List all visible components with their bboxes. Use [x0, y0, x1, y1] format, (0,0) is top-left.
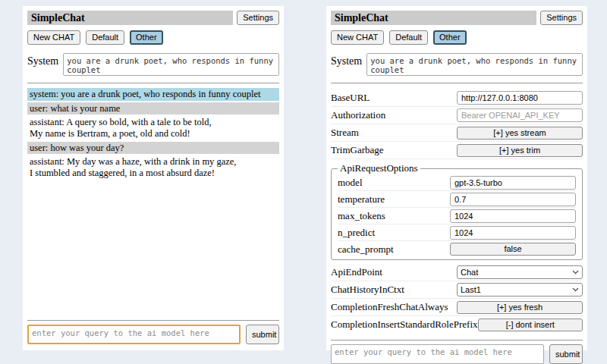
new-chat-button[interactable]: New CHAT: [331, 30, 384, 45]
query-row: submit: [331, 344, 583, 364]
model-label: model: [338, 177, 450, 189]
setting-row-baseurl: BaseURL: [331, 89, 583, 107]
session-button-other[interactable]: Other: [130, 30, 163, 45]
model-input[interactable]: [450, 176, 576, 190]
session-button-default[interactable]: Default: [389, 30, 428, 45]
submit-button[interactable]: submit: [246, 325, 279, 344]
sessions-row: New CHAT Default Other: [27, 30, 279, 45]
stream-label: Stream: [331, 127, 457, 139]
settings-button[interactable]: Settings: [540, 11, 583, 25]
completion-insert-standard-role-prefix-label: CompletionInsertStandardRolePrefix: [331, 318, 478, 331]
setting-row-temperature: temperature: [338, 191, 576, 208]
chat-message-user: user: how was your day?: [27, 142, 279, 155]
trimgarbage-toggle-button[interactable]: [+] yes trim: [457, 144, 583, 157]
setting-row-completion-fresh-chat-always: CompletionFreshChatAlways [+] yes fresh: [331, 299, 583, 316]
chat-message-assistant: assistant: A query so bold, with a tale …: [27, 116, 279, 140]
api-request-options-fieldset: ApiRequestOptions model temperature max_…: [331, 162, 583, 260]
session-button-default[interactable]: Default: [86, 30, 124, 45]
new-chat-button[interactable]: New CHAT: [27, 30, 80, 45]
divider: [331, 83, 583, 83]
trimgarbage-label: TrimGarbage: [331, 144, 457, 156]
api-endpoint-select[interactable]: Chat: [457, 265, 583, 279]
cache-prompt-label: cache_prompt: [338, 243, 450, 256]
baseurl-input[interactable]: [457, 91, 583, 105]
temperature-label: temperature: [338, 193, 450, 206]
setting-row-cache-prompt: cache_prompt false: [338, 241, 576, 257]
completion-fresh-chat-always-toggle-button[interactable]: [+] yes fresh: [457, 301, 583, 314]
divider: [27, 83, 279, 83]
submit-button[interactable]: submit: [549, 344, 583, 364]
settings-panel: SimpleChat Settings New CHAT Default Oth…: [326, 6, 587, 350]
chat-message-system: system: you are a drunk poet, who respon…: [27, 88, 279, 101]
system-label: System: [27, 53, 58, 67]
chat-history-in-ctxt-label: ChatHistoryInCtxt: [331, 284, 457, 296]
header-row: SimpleChat Settings: [331, 11, 583, 25]
settings-list: BaseURL Authorization Stream [+] yes str…: [331, 89, 583, 333]
chat-panel: SimpleChat Settings New CHAT Default Oth…: [23, 6, 284, 350]
setting-row-stream: Stream [+] yes stream: [331, 124, 583, 142]
query-input[interactable]: [27, 325, 241, 344]
system-prompt-textarea[interactable]: you are a drunk poet, who responds in fu…: [366, 53, 583, 76]
n-predict-input[interactable]: [450, 226, 576, 240]
system-prompt-textarea[interactable]: you are a drunk poet, who responds in fu…: [63, 53, 279, 76]
settings-button[interactable]: Settings: [237, 11, 279, 25]
sessions-row: New CHAT Default Other: [331, 30, 583, 45]
setting-row-trimgarbage: TrimGarbage [+] yes trim: [331, 142, 583, 159]
temperature-input[interactable]: [450, 193, 576, 206]
baseurl-label: BaseURL: [331, 92, 457, 104]
setting-row-max-tokens: max_tokens: [338, 208, 576, 224]
api-endpoint-label: ApiEndPoint: [331, 266, 457, 278]
header-row: SimpleChat Settings: [27, 11, 279, 25]
spacer: [27, 179, 279, 313]
max-tokens-label: max_tokens: [338, 210, 450, 222]
app-title: SimpleChat: [331, 11, 536, 25]
n-predict-label: n_predict: [338, 227, 450, 239]
setting-row-completion-insert-standard-role-prefix: CompletionInsertStandardRolePrefix [-] d…: [331, 316, 583, 333]
setting-row-authorization: Authorization: [331, 107, 583, 124]
query-row: submit: [27, 325, 279, 344]
chat-history-in-ctxt-select[interactable]: Last1: [457, 283, 583, 297]
max-tokens-input[interactable]: [450, 209, 576, 223]
stream-toggle-button[interactable]: [+] yes stream: [457, 127, 583, 140]
api-request-options-legend: ApiRequestOptions: [338, 162, 420, 174]
system-label: System: [331, 53, 362, 67]
chat-message-list: system: you are a drunk poet, who respon…: [27, 88, 279, 179]
divider: [331, 340, 583, 340]
chat-message-assistant: assistant: My day was a haze, with a dri…: [27, 155, 279, 179]
setting-row-chat-history-in-ctxt: ChatHistoryInCtxt Last1: [331, 281, 583, 299]
authorization-input[interactable]: [457, 108, 583, 122]
system-prompt-row: System you are a drunk poet, who respond…: [331, 53, 583, 76]
chat-message-user: user: what is your name: [27, 102, 279, 115]
authorization-label: Authorization: [331, 109, 457, 121]
cache-prompt-toggle-button[interactable]: false: [450, 243, 576, 256]
query-input[interactable]: [331, 344, 544, 364]
app-title: SimpleChat: [27, 11, 233, 25]
setting-row-n-predict: n_predict: [338, 224, 576, 241]
completion-insert-standard-role-prefix-toggle-button[interactable]: [-] dont insert: [478, 318, 583, 331]
system-prompt-row: System you are a drunk poet, who respond…: [27, 53, 279, 76]
divider: [27, 320, 279, 321]
completion-fresh-chat-always-label: CompletionFreshChatAlways: [331, 301, 457, 313]
session-button-other[interactable]: Other: [433, 30, 467, 45]
setting-row-model: model: [338, 174, 576, 191]
setting-row-api-endpoint: ApiEndPoint Chat: [331, 264, 583, 281]
